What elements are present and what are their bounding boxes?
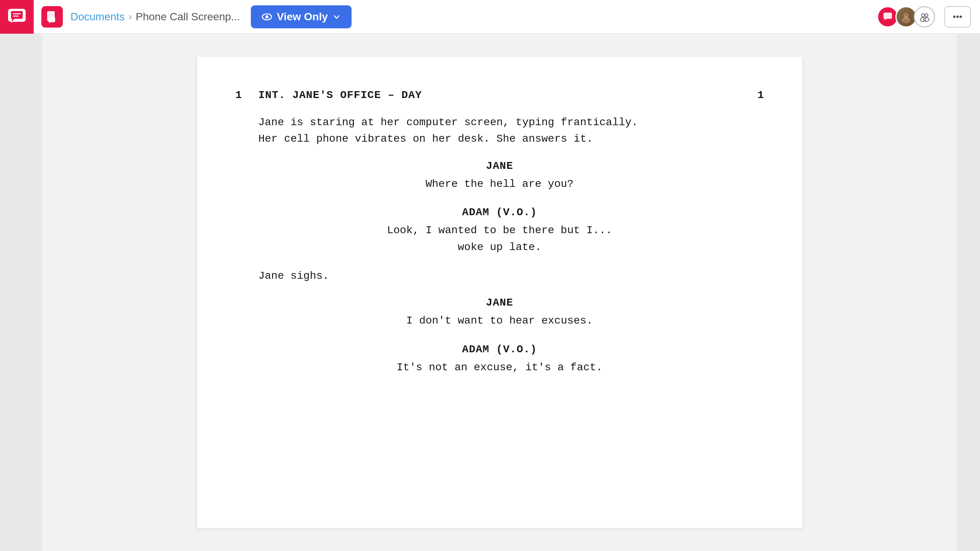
- breadcrumb-documents[interactable]: Documents: [70, 11, 125, 23]
- character-adam-2: ADAM (V.O.): [236, 342, 764, 358]
- chevron-down-icon: [332, 13, 341, 21]
- svg-point-12: [903, 18, 910, 23]
- dialogue-block-2: ADAM (V.O.) Look, I wanted to be there b…: [236, 204, 764, 255]
- screenplay-page: 1 INT. JANE'S OFFICE – DAY 1 Jane is sta…: [197, 57, 802, 528]
- character-jane-1: JANE: [236, 158, 764, 174]
- scene-number-right: 1: [757, 87, 764, 103]
- dialogue-block-1: JANE Where the hell are you?: [236, 158, 764, 192]
- screenplay-content: 1 INT. JANE'S OFFICE – DAY 1 Jane is sta…: [236, 87, 764, 376]
- character-adam-1: ADAM (V.O.): [236, 204, 764, 221]
- svg-point-7: [265, 15, 268, 18]
- more-options-button[interactable]: •••: [944, 6, 971, 28]
- sidebar-right: [957, 34, 980, 551]
- eye-icon: [262, 11, 272, 22]
- user-photo-icon: [900, 10, 913, 23]
- breadcrumb-current: Phone Call Screenp...: [136, 11, 240, 23]
- dialogue-adam-1: Look, I wanted to be there but I... woke…: [236, 222, 764, 255]
- scene-heading-line: 1 INT. JANE'S OFFICE – DAY 1: [236, 87, 764, 103]
- character-jane-2: JANE: [236, 295, 764, 311]
- scene-number-left: 1: [236, 87, 258, 103]
- topbar: Documents › Phone Call Screenp... View O…: [0, 0, 980, 34]
- dialogue-jane-1: Where the hell are you?: [236, 176, 764, 192]
- svg-point-11: [904, 13, 908, 17]
- view-only-label: View Only: [277, 11, 328, 23]
- app-logo: [0, 0, 34, 34]
- dialogue-adam-2: It's not an excuse, it's a fact.: [236, 359, 764, 376]
- view-only-button[interactable]: View Only: [251, 5, 352, 28]
- svg-point-14: [925, 14, 928, 17]
- app-logo-icon: [7, 7, 27, 27]
- breadcrumb-separator: ›: [129, 11, 132, 23]
- document-area: 1 INT. JANE'S OFFICE – DAY 1 Jane is sta…: [42, 34, 957, 551]
- main-wrapper: 1 INT. JANE'S OFFICE – DAY 1 Jane is sta…: [0, 34, 980, 551]
- action-1: Jane is staring at her computer screen, …: [258, 114, 764, 147]
- people-icon: [919, 11, 930, 23]
- topbar-right: •••: [877, 6, 971, 28]
- dialogue-block-4: ADAM (V.O.) It's not an excuse, it's a f…: [236, 342, 764, 376]
- svg-rect-8: [883, 13, 892, 19]
- scene-heading-text: INT. JANE'S OFFICE – DAY: [258, 87, 422, 103]
- doc-icon-button[interactable]: [41, 6, 63, 28]
- doc-icon: [46, 11, 58, 23]
- dialogue-block-3: JANE I don't want to hear excuses.: [236, 295, 764, 329]
- action-2: Jane sighs.: [258, 268, 764, 284]
- breadcrumb: Documents › Phone Call Screenp...: [70, 11, 240, 23]
- chat-icon: [882, 11, 893, 22]
- sidebar-left: [0, 34, 42, 551]
- svg-point-16: [924, 18, 929, 21]
- dialogue-jane-2: I don't want to hear excuses.: [236, 312, 764, 329]
- avatar-group: [877, 6, 935, 28]
- svg-point-13: [921, 14, 924, 17]
- avatar-people: [914, 6, 935, 28]
